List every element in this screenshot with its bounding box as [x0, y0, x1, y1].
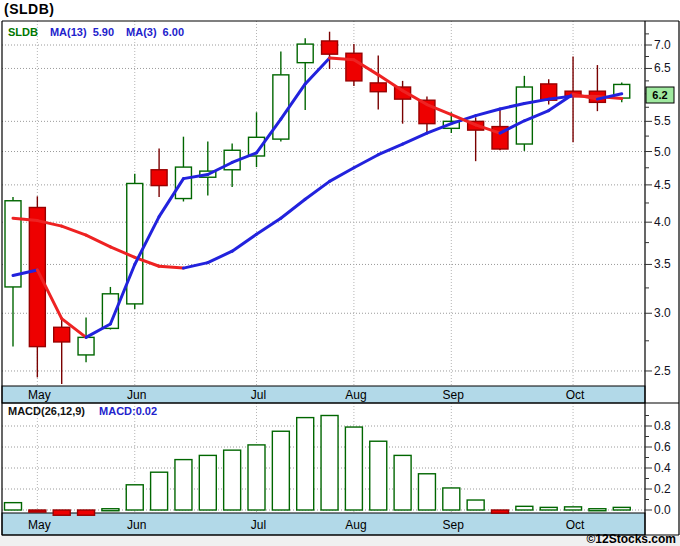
bottom-band	[0, 536, 680, 546]
candle-body	[127, 183, 143, 303]
macd-bar	[540, 507, 557, 510]
macd-bar	[224, 450, 241, 510]
ma13-line-segment	[330, 168, 354, 182]
macd-bar	[394, 455, 411, 510]
macd-bar	[516, 506, 533, 510]
ma3-value: 6.00	[163, 26, 184, 38]
macd-bar	[151, 472, 168, 510]
month-label: Aug	[345, 388, 366, 402]
ma13-line-segment	[183, 263, 207, 268]
month-label: Oct	[566, 388, 585, 402]
macd-bar	[321, 416, 338, 511]
macd-value-label: MACD:0.02	[99, 405, 157, 417]
candle-body	[346, 53, 362, 81]
price-axis-label: 2.5	[654, 364, 671, 378]
macd-axis-label: 0.6	[654, 440, 671, 454]
ma13-label: MA(13)	[50, 26, 87, 38]
macd-bar	[418, 474, 435, 510]
ma13-line-segment	[257, 218, 281, 234]
month-label: Jun	[127, 518, 146, 532]
candle-body	[297, 44, 313, 63]
candle-body	[516, 87, 532, 144]
month-label: Sep	[443, 388, 465, 402]
price-axis-label: 5.0	[654, 145, 671, 159]
price-axis-label: 5.5	[654, 114, 671, 128]
month-label: Oct	[566, 518, 585, 532]
chart-canvas[interactable]: MayMayJunJunJulJulAugAugSepSepOctOct7.06…	[0, 0, 680, 546]
watermark-link[interactable]: ©12Stocks.com	[586, 532, 676, 546]
month-label: Jul	[251, 388, 266, 402]
macd-bar	[613, 507, 630, 510]
month-label: Jun	[127, 388, 146, 402]
macd-axis-label: 0.2	[654, 482, 671, 496]
candle-body	[151, 170, 167, 186]
month-label: Jul	[251, 518, 266, 532]
candle-body	[322, 41, 338, 54]
candle-body	[273, 75, 289, 139]
macd-bar	[443, 488, 460, 510]
stock-chart-page: (SLDB) MayMayJunJunJulJulAugAugSepSepOct…	[0, 0, 680, 546]
macd-bar	[589, 509, 606, 511]
macd-bar	[297, 418, 314, 510]
month-label: May	[28, 388, 51, 402]
ma3-label: MA(3)	[126, 26, 157, 38]
month-label: May	[28, 518, 51, 532]
candle-body	[370, 83, 386, 92]
ma3-line-segment	[330, 58, 354, 60]
ticker-symbol: SLDB	[8, 26, 38, 38]
candle-body	[78, 337, 94, 355]
macd-month-strip	[2, 513, 645, 535]
macd-bar	[370, 441, 387, 510]
macd-bar	[53, 510, 70, 515]
price-axis-label: 4.0	[654, 215, 671, 229]
price-month-strip	[2, 386, 645, 403]
ma13-value: 5.90	[93, 26, 114, 38]
ma13-line-segment	[159, 266, 183, 268]
ma13-line-segment	[281, 199, 305, 218]
last-price-badge-text: 6.2	[652, 89, 667, 101]
ma13-line-segment	[305, 181, 329, 199]
macd-bar	[175, 460, 192, 510]
ma13-line-segment	[378, 144, 402, 155]
ma13-line-segment	[232, 234, 256, 251]
ma13-line-segment	[208, 251, 232, 262]
macd-bar	[29, 510, 46, 512]
macd-bar	[199, 455, 216, 510]
ma13-line-segment	[86, 235, 110, 247]
macd-bar	[272, 431, 289, 510]
macd-axis-label: 0.4	[654, 461, 671, 475]
ma13-line-segment	[403, 133, 427, 144]
ma13-line-segment	[354, 155, 378, 168]
price-axis-label: 6.5	[654, 61, 671, 75]
macd-bar	[345, 427, 362, 510]
macd-params-label: MACD(26,12,9)	[8, 405, 85, 417]
macd-bar	[126, 485, 143, 510]
ma13-line-segment	[476, 109, 500, 116]
macd-axis-label: 0.8	[654, 419, 671, 433]
price-axis-label: 4.5	[654, 178, 671, 192]
month-label: Aug	[345, 518, 366, 532]
candle-body	[54, 327, 70, 342]
month-label: Sep	[443, 518, 465, 532]
macd-bar	[78, 510, 95, 515]
price-axis-label: 3.0	[654, 306, 671, 320]
price-axis-label: 7.0	[654, 38, 671, 52]
macd-bar	[102, 509, 119, 511]
macd-legend: MACD(26,12,9)MACD:0.02	[8, 405, 157, 417]
macd-bar	[492, 510, 509, 513]
price-legend: SLDBMA(13)5.90MA(3)6.00	[8, 26, 196, 38]
ma3-line-segment	[86, 324, 110, 337]
macd-bar	[467, 500, 484, 510]
macd-axis-label: 0.0	[654, 503, 671, 517]
price-axis-label: 3.5	[654, 257, 671, 271]
ma13-line-segment	[62, 226, 86, 235]
macd-bar	[248, 445, 265, 510]
candle-body	[29, 207, 45, 346]
candle-body	[175, 167, 191, 198]
macd-bar	[565, 507, 582, 510]
macd-bar	[5, 503, 22, 510]
